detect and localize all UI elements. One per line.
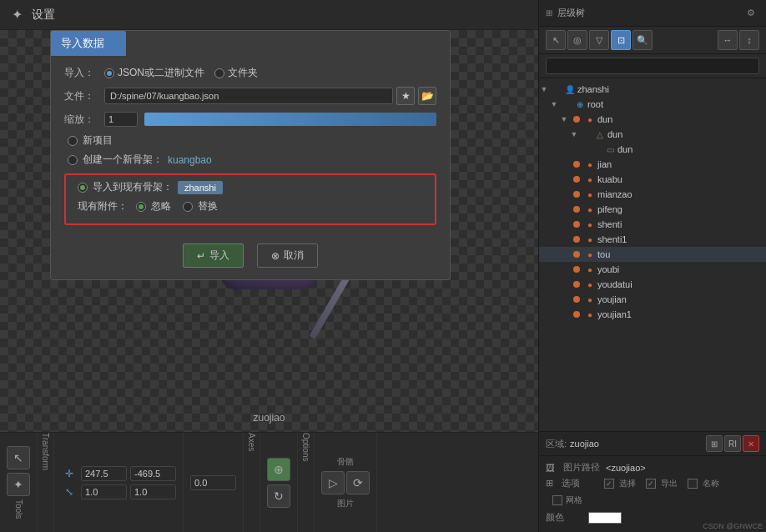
z-section bbox=[184, 433, 244, 532]
dot-dun-bone bbox=[573, 116, 580, 123]
sx-input[interactable] bbox=[81, 484, 127, 499]
radio-json[interactable]: JSON或二进制文件 bbox=[104, 66, 204, 80]
tree-node-zhanshi[interactable]: ▼ 👤 zhanshi bbox=[539, 82, 766, 97]
region-copy-btn[interactable]: ⊞ bbox=[706, 435, 723, 452]
right-panel: ⊞ 层级树 ⚙ ↖ ◎ ▽ ⊡ 🔍 ↔ ↕ ▼ 👤 zhanshi bbox=[538, 0, 766, 532]
import-label-text: 导入 bbox=[209, 248, 229, 263]
tree-node-mianzao[interactable]: ● mianzao bbox=[539, 187, 766, 202]
region-edit-btn[interactable]: RI bbox=[724, 435, 741, 452]
bone-icon1[interactable]: ▷ bbox=[321, 471, 345, 494]
tb-expand[interactable]: ↔ bbox=[718, 30, 738, 50]
region-actions: ⊞ RI ✕ bbox=[706, 435, 759, 452]
y-input[interactable] bbox=[130, 466, 176, 481]
region-name: zuojiao bbox=[570, 439, 599, 449]
bottom-toolbar: ↖ ✦ Tools Transform ✛ ⤡ bbox=[0, 432, 538, 532]
scale-input[interactable] bbox=[104, 112, 138, 127]
dot-dun-attach bbox=[593, 146, 600, 153]
replace-radio[interactable] bbox=[183, 202, 193, 212]
expand-shenti1 bbox=[559, 234, 569, 244]
create-skeleton-radio[interactable] bbox=[68, 155, 78, 165]
tree-node-shenti[interactable]: ● shenti bbox=[539, 217, 766, 232]
tree-node-youdatui[interactable]: ● youdatui bbox=[539, 277, 766, 292]
tree-node-dun-slot[interactable]: ▼ △ dun bbox=[539, 127, 766, 142]
viewport-label: zuojiao bbox=[253, 412, 285, 424]
icon-shenti: ● bbox=[584, 218, 596, 230]
import-existing-radio[interactable] bbox=[78, 183, 88, 193]
text-pifeng: pifeng bbox=[597, 204, 622, 214]
img-path-value: <zuojiao> bbox=[606, 463, 646, 473]
ignore-radio[interactable] bbox=[136, 202, 146, 212]
tree-node-dun-bone[interactable]: ▼ ● dun bbox=[539, 112, 766, 127]
dot-jian bbox=[573, 161, 580, 168]
dot-zhanshi bbox=[553, 86, 560, 93]
tree-node-tou[interactable]: ● tou bbox=[539, 247, 766, 262]
tree-node-youjian1[interactable]: ● youjian1 bbox=[539, 307, 766, 322]
tree-node-youbi[interactable]: ● youbi bbox=[539, 262, 766, 277]
dialog-body: 导入： JSON或二进制文件 文件夹 文件： bbox=[51, 56, 450, 235]
tb-lasso[interactable]: ◎ bbox=[567, 30, 587, 50]
transform-s-row: ⤡ bbox=[61, 484, 176, 500]
radio-json-dot bbox=[104, 68, 114, 78]
icon-dun-attach: ▭ bbox=[604, 143, 616, 155]
search-input[interactable] bbox=[546, 58, 759, 74]
export-checkbox[interactable]: ✓ bbox=[646, 479, 656, 489]
tree-node-youjian[interactable]: ● youjian bbox=[539, 292, 766, 307]
dialog-title: 导入数据 bbox=[51, 31, 126, 56]
file-path-input[interactable] bbox=[104, 88, 393, 104]
import-button[interactable]: ↵ 导入 bbox=[183, 243, 244, 268]
tb-frame[interactable]: ⊡ bbox=[611, 30, 631, 50]
select-checkbox[interactable]: ✓ bbox=[604, 479, 614, 489]
tree-node-kuabu[interactable]: ● kuabu bbox=[539, 172, 766, 187]
hierarchy-icon: ⊞ bbox=[546, 8, 552, 18]
tree-node-dun-attach[interactable]: ▭ dun bbox=[539, 142, 766, 157]
tb-filter[interactable]: ▽ bbox=[589, 30, 609, 50]
x-input[interactable] bbox=[81, 466, 127, 481]
dot-dun-slot bbox=[583, 131, 590, 138]
expand-mianzao bbox=[559, 189, 569, 199]
create-tool[interactable]: ✦ bbox=[7, 473, 30, 496]
axes-icon2[interactable]: ↻ bbox=[267, 484, 290, 508]
mesh-checkbox[interactable] bbox=[552, 495, 562, 505]
new-project-radio[interactable] bbox=[68, 136, 78, 146]
text-dun-slot: dun bbox=[607, 129, 622, 139]
icon-mianzao: ● bbox=[584, 188, 596, 200]
tree-node-root[interactable]: ▼ ⊕ root bbox=[539, 97, 766, 112]
star-btn[interactable]: ★ bbox=[396, 87, 415, 105]
tb-collapse[interactable]: ↕ bbox=[739, 30, 759, 50]
tree-node-jian[interactable]: ● jian bbox=[539, 157, 766, 172]
app-icon: ✦ bbox=[8, 7, 25, 23]
tb-cursor[interactable]: ↖ bbox=[546, 30, 566, 50]
color-swatch[interactable] bbox=[588, 512, 622, 524]
axes-icon1[interactable]: ⊕ bbox=[267, 458, 290, 481]
radio-folder[interactable]: 文件夹 bbox=[214, 66, 258, 80]
import-dialog: 导入数据 导入： JSON或二进制文件 文件夹 bbox=[50, 30, 451, 280]
sy-input[interactable] bbox=[130, 484, 176, 499]
dot-mianzao bbox=[573, 191, 580, 198]
text-youjian: youjian bbox=[597, 294, 627, 304]
icon-pifeng: ● bbox=[584, 203, 596, 215]
folder-btn[interactable]: 📂 bbox=[418, 87, 436, 105]
cancel-button[interactable]: ⊗ 取消 bbox=[257, 243, 318, 268]
region-title: 区域: bbox=[546, 438, 567, 450]
tb-search[interactable]: 🔍 bbox=[632, 30, 653, 50]
icon-shenti1: ● bbox=[584, 233, 596, 245]
panel-settings-btn[interactable]: ⚙ bbox=[743, 5, 759, 22]
scale-bar[interactable] bbox=[144, 113, 436, 126]
tree-node-pifeng[interactable]: ● pifeng bbox=[539, 202, 766, 217]
z-input[interactable] bbox=[190, 475, 236, 490]
text-dun-bone: dun bbox=[597, 114, 612, 124]
bone-icon2[interactable]: ⟳ bbox=[346, 471, 370, 494]
cursor-tool[interactable]: ↖ bbox=[7, 446, 30, 469]
name-checkbox[interactable] bbox=[688, 479, 698, 489]
region-delete-btn[interactable]: ✕ bbox=[743, 435, 759, 452]
search-bar bbox=[539, 54, 766, 78]
hierarchy-toolbar: ↖ ◎ ▽ ⊡ 🔍 ↔ ↕ bbox=[539, 27, 766, 54]
options-label: Options bbox=[298, 433, 315, 532]
expand-dun-slot: ▼ bbox=[569, 129, 579, 139]
color-label: 颜色 bbox=[546, 511, 583, 524]
text-zhanshi: zhanshi bbox=[577, 84, 609, 94]
expand-youdatui bbox=[559, 279, 569, 289]
header-title: 设置 bbox=[32, 8, 55, 23]
icon-kuabu: ● bbox=[584, 173, 596, 185]
tree-node-shenti1[interactable]: ● shenti1 bbox=[539, 232, 766, 247]
